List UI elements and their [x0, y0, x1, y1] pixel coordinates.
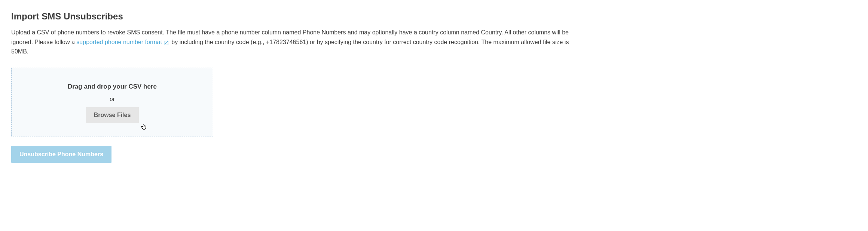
page-description: Upload a CSV of phone numbers to revoke …	[11, 28, 572, 56]
supported-format-link[interactable]: supported phone number format	[76, 39, 170, 45]
file-dropzone[interactable]: Drag and drop your CSV here or Browse Fi…	[11, 68, 213, 136]
link-text: supported phone number format	[76, 39, 162, 45]
external-link-icon	[163, 39, 169, 45]
dropzone-or-text: or	[19, 96, 205, 102]
dropzone-title: Drag and drop your CSV here	[19, 83, 205, 90]
pointer-cursor-icon	[140, 123, 148, 131]
unsubscribe-submit-button[interactable]: Unsubscribe Phone Numbers	[11, 146, 111, 163]
page-title: Import SMS Unsubscribes	[11, 11, 857, 22]
browse-files-button[interactable]: Browse Files	[86, 107, 139, 123]
